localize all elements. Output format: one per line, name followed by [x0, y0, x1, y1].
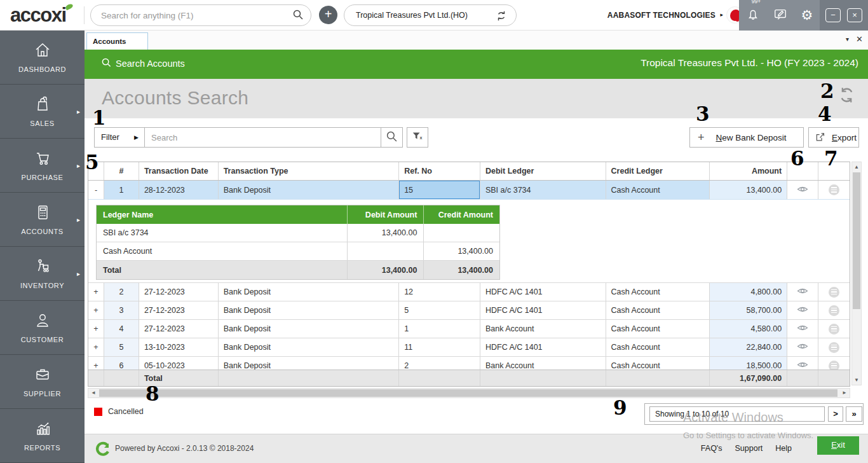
minimize-button[interactable]: −: [825, 8, 841, 22]
column-header[interactable]: Transaction Date: [139, 162, 219, 180]
switch-company-icon[interactable]: [496, 10, 507, 24]
search-submit-button[interactable]: [381, 127, 403, 148]
support-link[interactable]: Support: [735, 444, 763, 453]
scrollbar-thumb[interactable]: [99, 389, 837, 397]
company-selector[interactable]: Tropical Treasures Pvt Ltd.(HO): [344, 4, 517, 26]
notifications-button[interactable]: 99+: [746, 7, 760, 24]
scroll-left-icon[interactable]: ◄: [91, 390, 96, 396]
row-expand-toggle[interactable]: +: [88, 338, 104, 356]
scroll-up-icon[interactable]: ▲: [852, 164, 861, 170]
organization-name[interactable]: AABASOFT TECHNOLOGIES: [607, 11, 715, 20]
tab-strip: Accounts Search ▾ ✕: [85, 31, 868, 50]
view-button[interactable]: [787, 357, 818, 370]
cell-credit: Cash Account: [606, 283, 710, 301]
row-menu-button[interactable]: [818, 301, 850, 319]
row-menu-button[interactable]: [818, 320, 850, 338]
row-expand-toggle[interactable]: +: [88, 283, 104, 301]
cell-debit: HDFC A/C 1401: [480, 283, 606, 301]
vertical-scrollbar[interactable]: ▲ ▼: [851, 162, 862, 385]
settings-button[interactable]: ⚙: [801, 8, 813, 22]
cell-type: Bank Deposit: [219, 301, 399, 319]
sidebar-item-accounts[interactable]: ACCOUNTS ▸: [0, 193, 85, 247]
row-menu-button[interactable]: [818, 357, 850, 370]
new-bank-deposit-button[interactable]: + New Bank Deposit: [689, 127, 804, 148]
column-header[interactable]: Debit Ledger: [480, 162, 606, 180]
sidebar-item-reports[interactable]: REPORTS: [0, 409, 85, 463]
column-header[interactable]: #: [104, 162, 139, 180]
row-menu-button[interactable]: [818, 181, 850, 199]
table-row[interactable]: + 4 27-12-2023 Bank Deposit 1 Bank Accou…: [88, 320, 850, 338]
last-page-button[interactable]: »: [846, 406, 862, 422]
sidebar-item-inventory[interactable]: INVENTORY ▸: [0, 247, 85, 301]
exit-button[interactable]: Exit: [817, 436, 859, 455]
column-header[interactable]: Credit Ledger: [606, 162, 710, 180]
view-button[interactable]: [787, 320, 818, 338]
help-link[interactable]: Help: [775, 444, 792, 453]
title-band: Accounts Search: [85, 79, 868, 118]
ledger-debit: 13,400.00: [348, 224, 424, 242]
person-icon: [33, 312, 52, 332]
bell-icon: [746, 12, 760, 23]
cell-debit: SBI a/c 3734: [480, 181, 606, 199]
menu-icon: [829, 342, 839, 353]
tab-close-icon[interactable]: ✕: [856, 34, 863, 44]
view-button[interactable]: [787, 338, 818, 356]
footer-links: FAQ's Support Help: [701, 444, 792, 453]
row-menu-button[interactable]: [818, 338, 850, 356]
tab-accounts-search[interactable]: Accounts Search: [86, 32, 148, 50]
clear-filter-button[interactable]: x: [407, 127, 428, 148]
sidebar-item-dashboard[interactable]: DASHBOARD: [0, 31, 85, 85]
sidebar-item-supplier[interactable]: SUPPLIER: [0, 355, 85, 409]
subtable-column-header: Ledger Name: [97, 205, 348, 224]
total-spacer: [480, 370, 606, 386]
ledger-credit: [424, 224, 499, 242]
row-expand-toggle[interactable]: +: [88, 357, 104, 370]
row-menu-button[interactable]: [818, 283, 850, 301]
table-row[interactable]: + 5 13-10-2023 Bank Deposit 11 HDFC A/C …: [88, 338, 850, 357]
refresh-button[interactable]: [838, 86, 855, 106]
quick-add-button[interactable]: +: [319, 6, 337, 24]
scroll-right-icon[interactable]: ►: [842, 390, 847, 396]
export-button[interactable]: Export: [808, 127, 859, 148]
column-header[interactable]: Ref. No: [399, 162, 480, 180]
next-page-button[interactable]: >: [828, 406, 843, 422]
scrollbar-thumb[interactable]: [853, 172, 860, 309]
cancelled-label: Cancelled: [108, 407, 144, 416]
search-icon[interactable]: [293, 10, 303, 22]
row-expand-toggle[interactable]: +: [88, 320, 104, 338]
column-header[interactable]: Transaction Type: [219, 162, 399, 180]
cell-amount: 22,840.00: [710, 338, 787, 356]
row-collapse-toggle[interactable]: -: [88, 181, 104, 199]
faqs-link[interactable]: FAQ's: [701, 444, 722, 453]
table-row[interactable]: + 3 27-12-2023 Bank Deposit 5 HDFC A/C 1…: [88, 301, 850, 320]
search-icon: [102, 58, 111, 69]
tab-list-caret-icon[interactable]: ▾: [846, 36, 849, 43]
table-row[interactable]: + 6 05-10-2023 Bank Deposit 2 Bank Accou…: [88, 357, 850, 370]
scroll-down-icon[interactable]: ▼: [852, 377, 861, 383]
view-button[interactable]: [787, 181, 818, 199]
annotation-4: 4: [818, 104, 832, 124]
company-name: Tropical Treasures Pvt Ltd.(HO): [356, 11, 468, 20]
messages-button[interactable]: [773, 7, 787, 24]
annotation-3: 3: [696, 104, 710, 124]
close-button[interactable]: ×: [847, 8, 862, 22]
column-header[interactable]: Amount: [710, 162, 787, 180]
cell-credit: Cash Account: [606, 357, 710, 370]
sidebar-item-customer[interactable]: CUSTOMER: [0, 301, 85, 355]
menu-icon: [829, 287, 839, 298]
table-row[interactable]: - 1 28-12-2023 Bank Deposit 15 SBI a/c 3…: [88, 181, 850, 199]
row-expand-toggle[interactable]: +: [88, 301, 104, 319]
ledger-debit: [348, 242, 424, 260]
view-button[interactable]: [787, 283, 818, 301]
view-button[interactable]: [787, 301, 818, 319]
horizontal-scrollbar[interactable]: ◄ ►: [88, 388, 850, 398]
annotation-2: 2: [820, 81, 834, 101]
ledger-name: Cash Account: [97, 242, 348, 260]
global-search-input[interactable]: [101, 6, 285, 25]
cell-num: 6: [104, 357, 139, 370]
table-row[interactable]: + 2 27-12-2023 Bank Deposit 12 HDFC A/C …: [88, 283, 850, 301]
table-search-input[interactable]: [145, 127, 381, 148]
sidebar-item-purchase[interactable]: PURCHASE ▸: [0, 139, 85, 193]
total-spacer: [787, 370, 818, 386]
sidebar-item-sales[interactable]: SALES ▸: [0, 85, 85, 139]
